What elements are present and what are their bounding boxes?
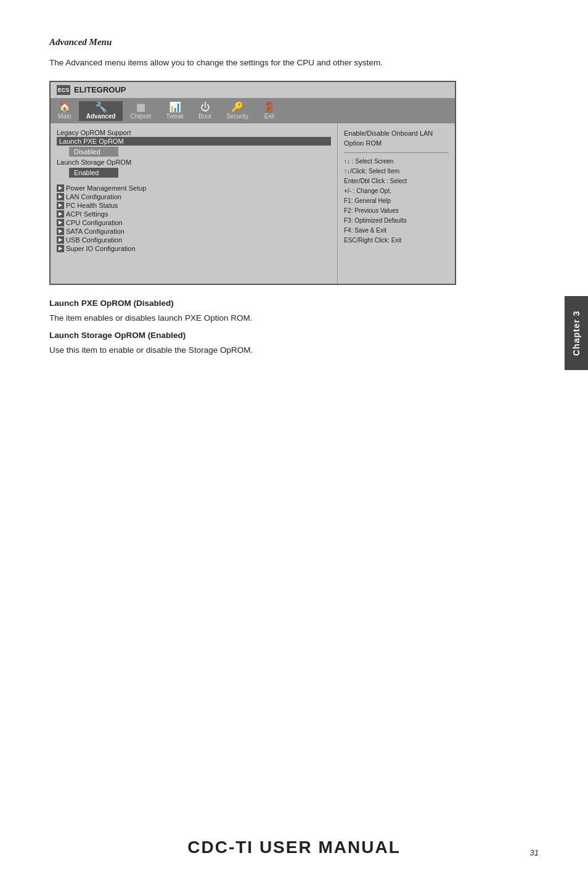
nav-advanced-label: Advanced — [86, 113, 116, 120]
menu-super-io[interactable]: ▶ Super IO Configuration — [57, 244, 331, 253]
nav-exit-label: Exit — [264, 113, 275, 120]
section-description: The Advanced menu items allow you to cha… — [49, 56, 539, 70]
menu-acpi[interactable]: ▶ ACPI Settings — [57, 210, 331, 218]
menu-launch-storage[interactable]: Launch Storage OpROM — [57, 158, 331, 167]
page-number: 31 — [530, 848, 539, 857]
power-mgmt-label: Power Management Setup — [66, 184, 146, 192]
nav-boot-label: Boot — [198, 113, 211, 120]
submenu-arrow-cpu: ▶ — [57, 219, 64, 226]
key-f4: F4: Save & Exit — [344, 226, 449, 236]
submenu-arrow-lan: ▶ — [57, 193, 64, 200]
pxe-value[interactable]: Disabled — [69, 147, 118, 157]
menu-legacy-oprom[interactable]: Legacy OpROM Support — [57, 128, 331, 137]
boot-icon: ⏻ — [200, 102, 210, 112]
bios-screenshot: ECS ELITEGROUP 🏠 Main 🔧 Advanced ▦ Chips… — [49, 81, 456, 285]
bios-nav: 🏠 Main 🔧 Advanced ▦ Chipset 📊 Tweak ⏻ Bo… — [51, 99, 455, 123]
bios-main-area: Legacy OpROM Support Launch PXE OpROM Di… — [51, 123, 455, 284]
exit-icon: 🚪 — [263, 102, 276, 112]
key-select-item: ↑↓/Click: Select Item — [344, 167, 449, 176]
nav-main[interactable]: 🏠 Main — [51, 101, 79, 121]
nav-exit[interactable]: 🚪 Exit — [256, 101, 283, 121]
chapter-sidebar: Chapter 3 — [565, 296, 588, 370]
submenu-arrow-pchealth: ▶ — [57, 202, 64, 209]
bios-brand: ELITEGROUP — [74, 85, 126, 94]
menu-usb-config[interactable]: ▶ USB Configuration — [57, 236, 331, 244]
page-footer: CDC-TI USER MANUAL — [0, 838, 588, 857]
launch-storage-text: Use this item to enable or disable the S… — [49, 344, 539, 357]
cpu-config-label: CPU Configuration — [66, 219, 123, 226]
bios-key-hints: ↑↓ : Select Screen ↑↓/Click: Select Item… — [344, 157, 449, 245]
menu-launch-pxe[interactable]: Launch PXE OpROM — [57, 137, 331, 146]
launch-storage-section: Launch Storage OpROM (Enabled) Use this … — [49, 331, 539, 357]
tweak-icon: 📊 — [169, 102, 181, 112]
submenu-arrow-power: ▶ — [57, 184, 64, 192]
footer-title: CDC-TI USER MANUAL — [187, 838, 401, 857]
menu-cpu-config[interactable]: ▶ CPU Configuration — [57, 218, 331, 227]
menu-power-mgmt[interactable]: ▶ Power Management Setup — [57, 184, 331, 192]
bios-help-text: Enable/Disable Onboard LAN Option ROM — [344, 128, 449, 149]
launch-pxe-text: The item enables or disables launch PXE … — [49, 311, 539, 325]
key-f1: F1: General Help — [344, 196, 449, 206]
bios-logo-icon: ECS — [57, 85, 70, 95]
launch-pxe-section: Launch PXE OpROM (Disabled) The item ena… — [49, 299, 539, 325]
acpi-label: ACPI Settings — [66, 210, 108, 218]
nav-security-label: Security — [226, 113, 248, 120]
nav-boot[interactable]: ⏻ Boot — [191, 101, 219, 121]
usb-config-label: USB Configuration — [66, 236, 122, 244]
submenu-arrow-usb: ▶ — [57, 236, 64, 244]
nav-tweak-label: Tweak — [166, 113, 184, 120]
bios-right-panel: Enable/Disable Onboard LAN Option ROM ↑↓… — [338, 123, 455, 284]
nav-advanced[interactable]: 🔧 Advanced — [79, 101, 123, 121]
advanced-icon: 🔧 — [95, 102, 107, 112]
key-f3: F3: Optimized Defaults — [344, 216, 449, 226]
launch-pxe-heading: Launch PXE OpROM (Disabled) — [49, 299, 539, 308]
pc-health-label: PC Health Status — [66, 202, 118, 209]
key-select-screen: ↑↓ : Select Screen — [344, 157, 449, 167]
key-f2: F2: Previous Values — [344, 206, 449, 216]
key-change-opt: +/- : Change Opt. — [344, 186, 449, 196]
nav-chipset[interactable]: ▦ Chipset — [123, 101, 158, 121]
nav-tweak[interactable]: 📊 Tweak — [158, 101, 191, 121]
section-title: Advanced Menu — [49, 37, 539, 47]
right-separator — [344, 152, 449, 153]
bios-header: ECS ELITEGROUP — [51, 82, 455, 99]
launch-storage-heading: Launch Storage OpROM (Enabled) — [49, 331, 539, 340]
security-icon: 🔑 — [231, 102, 243, 112]
super-io-label: Super IO Configuration — [66, 245, 136, 252]
submenu-arrow-sata: ▶ — [57, 228, 64, 235]
menu-sata-config[interactable]: ▶ SATA Configuration — [57, 227, 331, 236]
storage-value[interactable]: Enabled — [69, 168, 118, 178]
menu-pc-health[interactable]: ▶ PC Health Status — [57, 201, 331, 210]
main-icon: 🏠 — [59, 102, 71, 112]
nav-security[interactable]: 🔑 Security — [219, 101, 256, 121]
sata-config-label: SATA Configuration — [66, 228, 125, 235]
chipset-icon: ▦ — [136, 102, 145, 112]
bios-left-panel: Legacy OpROM Support Launch PXE OpROM Di… — [51, 123, 338, 284]
submenu-arrow-superio: ▶ — [57, 245, 64, 252]
submenu-arrow-acpi: ▶ — [57, 210, 64, 218]
lan-config-label: LAN Configuration — [66, 193, 121, 200]
key-enter-select: Enter/Dbl Click : Select — [344, 176, 449, 186]
nav-main-label: Main — [58, 113, 71, 120]
key-esc: ESC/Right Click: Exit — [344, 236, 449, 245]
menu-lan-config[interactable]: ▶ LAN Configuration — [57, 192, 331, 201]
nav-chipset-label: Chipset — [130, 113, 151, 120]
